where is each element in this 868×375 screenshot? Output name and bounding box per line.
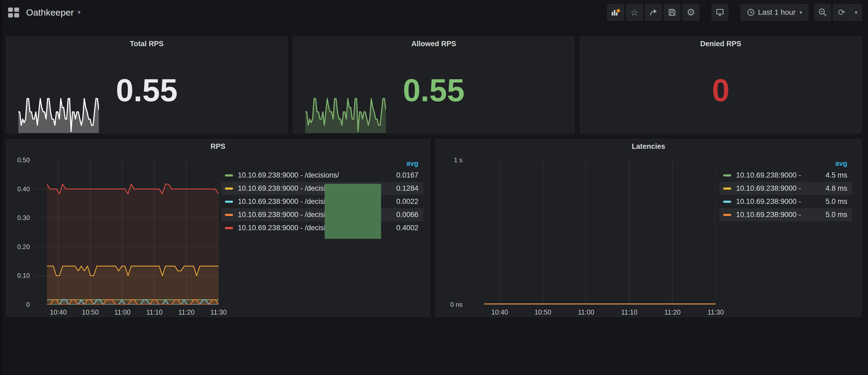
settings-button[interactable]: ⚙ xyxy=(683,4,699,21)
stat-value: 0 xyxy=(580,73,861,108)
legend-avg-header[interactable]: avg xyxy=(719,158,852,169)
series-name[interactable]: 10.10.69.238:9000 - /decisions/ xyxy=(238,197,339,206)
series-color-swatch[interactable] xyxy=(225,201,233,203)
series-color-swatch[interactable] xyxy=(723,187,731,190)
panel-allowed-rps: Allowed RPS 0.55 xyxy=(293,36,575,133)
green-overlay xyxy=(324,184,381,239)
cycle-view-button[interactable] xyxy=(712,4,728,21)
series-avg-value: 4.8 ms xyxy=(802,184,847,193)
save-button[interactable] xyxy=(664,4,680,21)
add-panel-icon xyxy=(611,8,620,17)
series-color-swatch[interactable] xyxy=(723,174,731,177)
save-icon xyxy=(668,8,676,17)
refresh-interval-dropdown[interactable]: ▾ xyxy=(850,4,862,21)
series-name[interactable]: 10.10.69.238:9000 - /decisions/ xyxy=(238,224,339,232)
title-caret-icon[interactable]: ▾ xyxy=(78,9,81,15)
legend-row[interactable]: 10.10.69.238:9000 - p904.5 ms xyxy=(719,169,852,182)
stat-value: 0.55 xyxy=(293,73,574,108)
legend-row[interactable]: 10.10.69.238:9000 - /decisions/0.1284 xyxy=(221,182,423,195)
navbar-actions: ☆ ⚙ xyxy=(605,4,862,21)
zoom-out-icon xyxy=(818,8,827,17)
series-name[interactable]: 10.10.69.238:9000 - /decisions/ xyxy=(238,184,339,193)
x-axis-tick: 11:20 xyxy=(664,308,681,316)
legend-row[interactable]: 10.10.69.238:9000 - /decisions/0.0066 xyxy=(221,208,423,221)
time-range-label: Last 1 hour xyxy=(758,8,796,17)
legend-row[interactable]: 10.10.69.238:9000 - /decisions/0.0167 xyxy=(221,169,423,182)
time-range-button[interactable]: Last 1 hour ▾ xyxy=(741,4,808,21)
legend-row[interactable]: 10.10.69.238:9000 - p1005.0 ms xyxy=(719,208,852,221)
latencies-plot[interactable] xyxy=(466,160,716,305)
share-icon xyxy=(649,8,658,17)
series-avg-value: 5.0 ms xyxy=(802,197,847,206)
x-axis-tick: 11:00 xyxy=(114,308,131,316)
series-color-swatch[interactable] xyxy=(225,187,233,190)
refresh-caret-icon: ▾ xyxy=(855,10,857,15)
y-axis-tick: 0.10 xyxy=(10,272,30,279)
navbar: Oathkeeper ▾ ☆ xyxy=(0,0,868,25)
sidebar-edge xyxy=(0,0,2,375)
x-axis-tick: 11:30 xyxy=(210,308,227,316)
series-avg-value: 5.0 ms xyxy=(802,211,847,219)
series-color-swatch[interactable] xyxy=(723,201,731,203)
clock-icon xyxy=(747,8,755,17)
legend-row[interactable]: 10.10.69.238:9000 - /decisions/0.0022 xyxy=(221,195,423,208)
x-axis-tick: 10:40 xyxy=(50,308,67,316)
x-axis-tick: 11:00 xyxy=(578,308,594,316)
panel-title[interactable]: Latencies xyxy=(436,143,861,151)
refresh-button[interactable]: ⟳ xyxy=(833,4,850,21)
series-color-swatch[interactable] xyxy=(723,214,731,216)
series-color-swatch[interactable] xyxy=(225,174,233,177)
x-axis-tick: 10:50 xyxy=(534,308,552,316)
panel-denied-rps: Denied RPS 0 xyxy=(580,36,862,133)
grid-square xyxy=(8,13,13,18)
panel-title[interactable]: Allowed RPS xyxy=(293,40,574,48)
star-button[interactable]: ☆ xyxy=(626,4,643,21)
series-name[interactable]: 10.10.69.238:9000 - p90 xyxy=(736,171,802,180)
legend-row[interactable]: 10.10.69.238:9000 - p995.0 ms xyxy=(719,195,852,208)
y-axis-tick: 0 xyxy=(10,301,30,308)
series-name[interactable]: 10.10.69.238:9000 - /decisions/ xyxy=(238,211,339,219)
grid-square xyxy=(14,13,19,18)
navbar-left: Oathkeeper ▾ xyxy=(8,7,81,18)
panel-title[interactable]: RPS xyxy=(6,143,430,151)
refresh-icon: ⟳ xyxy=(838,8,845,17)
series-name[interactable]: 10.10.69.238:9000 - p99 xyxy=(736,197,802,206)
x-axis-tick: 10:50 xyxy=(82,308,99,316)
y-axis-tick: 0 ns xyxy=(439,301,463,308)
x-axis-tick: 11:10 xyxy=(146,308,163,316)
panel-total-rps: Total RPS 0.55 xyxy=(6,36,287,133)
legend-row[interactable]: 10.10.69.238:9000 - /decisions/0.4002 xyxy=(221,221,423,235)
dashboards-grid-icon[interactable] xyxy=(8,7,19,18)
y-axis-tick: 0.50 xyxy=(10,156,30,164)
stat-value: 0.55 xyxy=(6,73,287,108)
series-avg-value: 0.0167 xyxy=(373,171,418,180)
panel-latencies-graph: Latencies 1 s0 ns10:4010:5011:0011:1011:… xyxy=(435,139,862,317)
y-axis-tick: 0.40 xyxy=(10,185,30,193)
time-range-caret-icon: ▾ xyxy=(800,10,802,15)
dashboard-title[interactable]: Oathkeeper xyxy=(26,7,74,18)
star-icon: ☆ xyxy=(630,8,639,17)
series-name[interactable]: 10.10.69.238:9000 - /decisions/ xyxy=(238,171,339,180)
series-color-swatch[interactable] xyxy=(225,227,233,229)
latencies-legend: avg10.10.69.238:9000 - p904.5 ms10.10.69… xyxy=(719,158,852,221)
monitor-icon xyxy=(716,8,724,17)
grid-square xyxy=(14,7,19,12)
zoom-out-button[interactable] xyxy=(814,4,831,21)
x-axis-tick: 11:10 xyxy=(621,308,638,316)
panel-title[interactable]: Total RPS xyxy=(6,40,287,48)
y-axis-tick: 1 s xyxy=(439,156,463,164)
legend-avg-header[interactable]: avg xyxy=(221,158,423,169)
series-name[interactable]: 10.10.69.238:9000 - p95 xyxy=(736,184,802,193)
gear-icon: ⚙ xyxy=(687,7,695,17)
series-color-swatch[interactable] xyxy=(225,214,233,216)
add-panel-button[interactable] xyxy=(607,4,624,21)
rps-plot[interactable] xyxy=(33,160,218,305)
x-axis-tick: 11:30 xyxy=(708,308,724,316)
x-axis-tick: 10:40 xyxy=(491,308,508,316)
series-name[interactable]: 10.10.69.238:9000 - p100 xyxy=(736,211,802,219)
legend-row[interactable]: 10.10.69.238:9000 - p954.8 ms xyxy=(719,182,852,195)
y-axis-tick: 0.20 xyxy=(10,243,30,251)
share-button[interactable] xyxy=(645,4,662,21)
y-axis-tick: 0.30 xyxy=(10,214,30,222)
panel-title[interactable]: Denied RPS xyxy=(580,40,861,48)
